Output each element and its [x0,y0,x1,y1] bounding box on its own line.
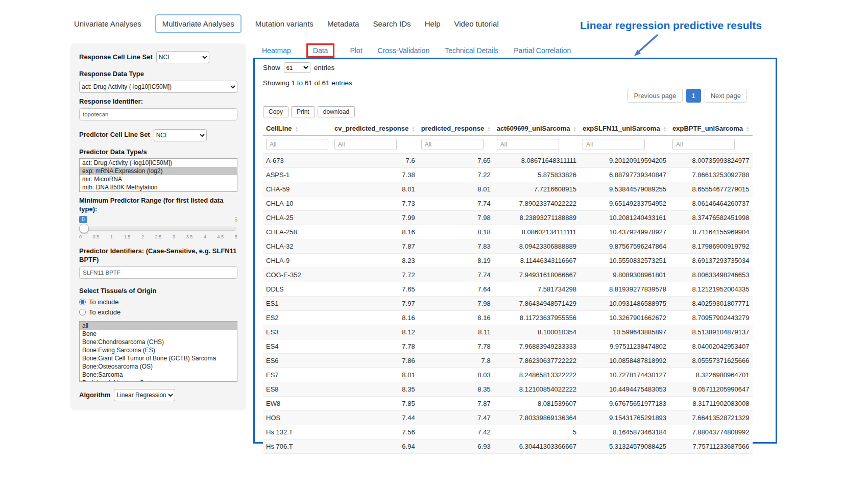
listbox-option-mir-microrna[interactable]: mir: MicroRNA [80,175,237,183]
filter-input-cellline[interactable] [266,139,328,150]
response-cell-line-set-label: Response Cell Line Set [79,53,153,62]
value-cell: 8.69137293735034 [669,254,752,268]
filter-input-predicted-response[interactable] [421,139,484,150]
results-panel: Show 61 entries Showing 1 to 61 of 61 en… [253,58,777,444]
sort-icon[interactable]: ▲▼ [746,126,749,132]
cellline-cell: ES8 [263,382,331,397]
table-row-cha-59[interactable]: CHA-598.018.017.72166089159.538445790892… [263,182,753,197]
nav-item-mutation-variants[interactable]: Mutation variants [255,15,314,33]
column-header-expbptf-unisarcoma[interactable]: expBPTF_uniSarcoma▲▼ [669,121,752,136]
tab-data[interactable]: Data [306,43,335,58]
response-data-type-select[interactable]: act: Drug Activity (-log10[IC50M]) [79,81,237,93]
filter-input-expbptf-unisarcoma[interactable] [672,139,735,150]
sort-icon[interactable]: ▲▼ [663,126,666,132]
listbox-option-peripheral-nervous-system[interactable]: Peripheral_Nervous_System [80,379,237,382]
table-row-es7[interactable]: ES78.018.038.2486581332222210.7278174430… [263,368,753,382]
tissue-listbox[interactable]: allBoneBone:Chondrosarcoma (CHS)Bone:Ewi… [79,321,237,382]
slider-tick-label: 2.5 [155,234,162,239]
response-identifier-input[interactable] [79,108,237,120]
listbox-option-bone-sarcoma[interactable]: Bone:Sarcoma [80,371,237,379]
slider-handle[interactable] [79,224,89,233]
algorithm-select[interactable]: Linear Regression [114,389,175,401]
min-predictor-range-slider[interactable]: 0 5 00.511.522.533.544.55 [79,216,237,242]
nav-item-help[interactable]: Help [425,15,441,33]
entries-per-page-select[interactable]: 61 [284,62,310,73]
nav-item-univariate-analyses[interactable]: Univariate Analyses [74,15,141,33]
value-cell: 9.65149233754952 [580,197,669,211]
next-page-button[interactable]: Next page [705,89,747,103]
filter-input-cv-predicted-response[interactable] [334,139,397,150]
download-button[interactable]: download [318,106,355,117]
value-cell: 9.97511238474802 [580,339,669,354]
table-row-hs-132-t[interactable]: Hs 132.T7.567.4258.16458734631847.880437… [263,425,753,440]
nav-item-video-tutorial[interactable]: Video tutorial [454,15,498,33]
listbox-option-bone[interactable]: Bone [80,330,237,338]
table-row-chla-25[interactable]: CHLA-257.997.988.2389327118888910.208124… [263,211,753,225]
table-row-ddls[interactable]: DDLS7.657.647.5817342988.819392778395788… [263,282,753,297]
predictor-identifiers-input[interactable] [79,266,237,279]
predictor-cell-line-set-select[interactable]: NCI [154,129,207,141]
table-row-chla-10[interactable]: CHLA-107.737.747.890233740222229.6514923… [263,197,753,211]
listbox-option-all[interactable]: all [80,322,237,330]
listbox-option-bone-chondrosarcoma-chs[interactable]: Bone:Chondrosarcoma (CHS) [80,338,237,346]
current-page-button[interactable]: 1 [686,89,701,103]
sort-icon[interactable]: ▲▼ [573,126,576,132]
nav-item-metadata[interactable]: Metadata [327,15,359,33]
table-row-a-673[interactable]: A-6737.67.658.086716483111119.2012091959… [263,154,753,168]
column-header-expslfn11-unisarcoma[interactable]: expSLFN11_uniSarcoma▲▼ [580,121,669,136]
table-row-chla-258[interactable]: CHLA-2588.168.188.0860213411111110.43792… [263,225,753,239]
value-cell: 7.64 [418,282,494,297]
table-row-ew8[interactable]: EW87.857.878.0815396079.676756519771838.… [263,397,753,411]
column-header-predicted-response[interactable]: predicted_response▲▼ [418,121,494,136]
table-row-asps-1[interactable]: ASPS-17.387.225.8758338266.8879773934084… [263,168,753,182]
listbox-option-bone-ewing-sarcoma-es[interactable]: Bone:Ewing Sarcoma (ES) [80,346,237,354]
value-cell: 5 [494,425,580,440]
slider-track[interactable] [80,227,236,231]
sort-icon[interactable]: ▲▼ [412,126,415,132]
tab-heatmap[interactable]: Heatmap [262,46,291,55]
nav-item-multivariate-analyses[interactable]: Multivariate Analyses [155,14,242,33]
print-button[interactable]: Print [291,106,315,117]
listbox-option-exp-mrna-expression-log2[interactable]: exp: mRNA Expression (log2) [80,167,237,175]
predictor-data-type-listbox[interactable]: act: Drug Activity (-log10[IC50M])exp: m… [79,158,237,192]
value-cell: 7.87 [418,397,494,411]
response-cell-line-set-select[interactable]: NCI [156,51,209,63]
table-row-es2[interactable]: ES28.168.168.1172363795555610.3267901662… [263,311,753,325]
previous-page-button[interactable]: Previous page [628,89,682,103]
sort-icon[interactable]: ▲▼ [295,126,298,132]
table-row-chla-9[interactable]: CHLA-98.238.198.1144634311666710.5550832… [263,254,753,268]
table-row-chla-32[interactable]: CHLA-327.877.838.094233068888899.8756759… [263,239,753,254]
table-row-hos[interactable]: HOS7.447.477.803398691363649.15431765291… [263,411,753,425]
value-cell: 9.67675651977183 [580,397,669,411]
table-row-es1[interactable]: ES17.977.987.8643494857142910.0931486588… [263,297,753,311]
cellline-cell: CHLA-9 [263,254,331,268]
table-row-es8[interactable]: ES88.358.358.1210085402222210.4494475483… [263,382,753,397]
tissue-include-radio[interactable] [79,299,86,305]
table-row-es4[interactable]: ES47.787.787.968839492333339.97511238474… [263,339,753,354]
tab-technical-details[interactable]: Technical Details [445,46,498,55]
table-row-cog-e-352[interactable]: COG-E-3527.727.747.949316180666679.80893… [263,268,753,282]
tab-plot[interactable]: Plot [350,46,362,55]
tab-cross-validation[interactable]: Cross-Validation [378,46,430,55]
table-row-es3[interactable]: ES38.128.118.10001035410.5996438858978.5… [263,325,753,339]
filter-input-expslfn11-unisarcoma[interactable] [583,139,645,150]
copy-button[interactable]: Copy [263,106,288,117]
column-header-act609699-unisarcoma[interactable]: act609699_uniSarcoma▲▼ [494,121,580,136]
value-cell: 7.97 [331,297,418,311]
table-row-hs-706-t[interactable]: Hs 706.T6.946.936.304413033666675.313245… [263,440,753,454]
tab-partial-correlation[interactable]: Partial Correlation [514,46,571,55]
value-cell: 7.78 [418,339,494,354]
filter-input-act609699-unisarcoma[interactable] [497,139,559,150]
tissue-exclude-radio[interactable] [79,309,86,315]
nav-item-search-ids[interactable]: Search IDs [373,15,411,33]
listbox-option-bone-giant-cell-tumor-of-bone-gctb-sarcoma[interactable]: Bone:Giant Cell Tumor of Bone (GCTB) Sar… [80,354,237,362]
cellline-cell: COG-E-352 [263,268,331,282]
column-header-cv-predicted-response[interactable]: cv_predicted_response▲▼ [331,121,418,136]
listbox-option-bone-osteosarcoma-os[interactable]: Bone:Osteosarcoma (OS) [80,362,237,371]
listbox-option-act-drug-activity-log10-ic50m[interactable]: act: Drug Activity (-log10[IC50M]) [80,159,237,167]
sort-icon[interactable]: ▲▼ [487,126,490,132]
listbox-option-mth-dna-850k-methylation[interactable]: mth: DNA 850K Methylation [80,183,237,191]
value-cell: 8.35 [418,382,494,397]
column-header-cellline[interactable]: CellLine▲▼ [263,121,331,136]
table-row-es6[interactable]: ES67.867.87.8623063772222210.08584878189… [263,354,753,368]
